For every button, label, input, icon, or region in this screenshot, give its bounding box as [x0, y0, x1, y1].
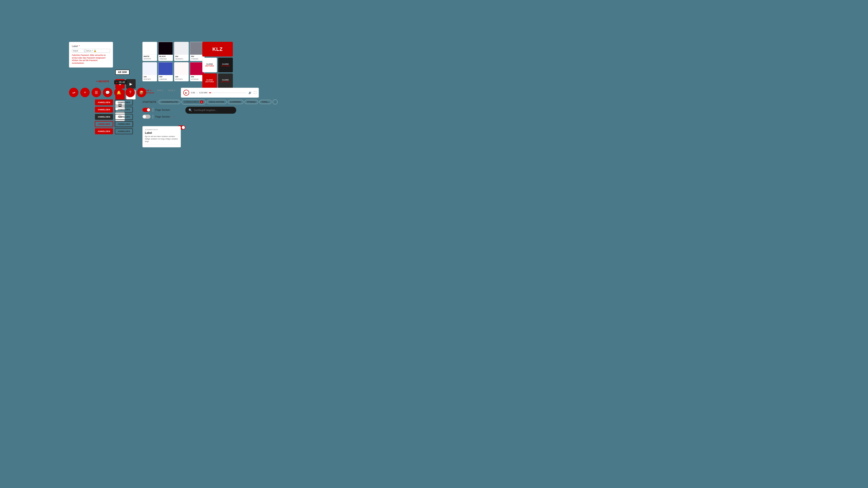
nav-tag-aussenpolitik[interactable]: AUSSENPOLITIK [159, 100, 180, 104]
color-info-200: 200 #EDEEF2 [174, 55, 188, 61]
nav-tag-karriere[interactable]: KARRIERE [228, 100, 243, 104]
help-button[interactable]: ? [125, 88, 135, 97]
text-input[interactable] [73, 50, 83, 52]
color-info-100a: 100 #F2F4FF [143, 75, 157, 81]
swatch-100a: 100 #F2F4FF [143, 62, 157, 81]
label-text: Label [72, 45, 78, 48]
form-card-divider [145, 145, 178, 145]
error-text: Falsches Passwort. Bitte versuche es ern… [72, 54, 110, 65]
price-button[interactable]: AB 169€ [115, 70, 129, 75]
nav-tag-fitness[interactable]: FITNESS [245, 100, 258, 104]
kleine-white-text: KLEINE ZEITUNG [205, 63, 214, 67]
tab-1[interactable]: TAB 1 [143, 88, 154, 93]
audio-progress-bar[interactable] [209, 92, 247, 93]
kleine-dark-text: KLEINE ZEITUNG [221, 79, 230, 83]
list-button[interactable]: ☰ [92, 88, 101, 97]
audio-play-button[interactable]: ▶ [183, 90, 189, 96]
kleine-black-text: KLEINE ZEITUNG [221, 63, 230, 67]
color-block-600a [158, 62, 173, 75]
anmelden-btn-2-1[interactable]: ANMELDEN [115, 99, 133, 105]
page-section-label-2: Page Section [155, 115, 170, 118]
page-section-arrow: → [172, 115, 175, 118]
color-info-black: BLACK #0B000A [158, 55, 173, 61]
required-marker: * [79, 45, 80, 48]
toggle-2[interactable] [143, 115, 151, 119]
anmelden-btn-2-2[interactable]: ANMELDEN [115, 107, 133, 113]
bell-button[interactable]: 🔔 [114, 88, 124, 97]
fullscreen-icon[interactable]: ⛶ [254, 91, 256, 94]
time-display: ▶ 05:45 [114, 80, 127, 84]
form-card-text: Egi rer alit lant laber antlaber antlabe… [145, 135, 178, 143]
anmelden-btn-1-2[interactable]: ANMELDEN [95, 107, 113, 113]
nav-tag-fors[interactable]: FORS... [259, 100, 272, 104]
play-dark-button[interactable]: ▶ [126, 79, 135, 89]
swatch-white: WHITE #FFFFFF [143, 42, 157, 61]
swatch-black: BLACK #0B000A [158, 42, 173, 61]
toggle-1[interactable] [143, 108, 151, 112]
audio-player: ▶ 0:05 | 3:23 MIN 🔊 ⛶ [181, 88, 259, 98]
nav-more-button[interactable]: › [273, 99, 278, 104]
input-row[interactable]: 0/13 ✓ 🔒 [72, 49, 110, 53]
add-button[interactable]: + [80, 88, 90, 97]
toggle-2-knob [143, 115, 146, 118]
anmelden-section: ANMELDEN ANMELDEN ANMELDEN ANMELDEN ANME… [95, 99, 133, 134]
toggle-divider-1 [153, 108, 153, 112]
audio-separator: | [197, 92, 197, 94]
color-block-white [143, 42, 157, 55]
anmelden-btn-1-4[interactable]: ANMELDEN [95, 121, 113, 127]
comment-button[interactable]: 💬 [103, 88, 112, 97]
coronavirus-badge: 1 [200, 100, 203, 103]
toggle-divider-2 [153, 115, 153, 119]
anmelden-btn-1-1[interactable]: ANMELDEN [95, 99, 113, 105]
audio-progress-fill [209, 92, 211, 93]
next-button[interactable]: + NÄCHSTE [96, 80, 109, 83]
nav-tags: STARTSEITE › AUSSENPOLITIK CORONAVIRUS 1… [143, 99, 278, 104]
anmelden-btn-1-3[interactable]: ANMELDEN [95, 114, 113, 120]
toggles-section: Page Section Page Section → [143, 108, 175, 119]
page-section-label-1: Page Section [155, 109, 170, 111]
check-icon: ✓ [91, 50, 93, 52]
anmelden-btn-2-5[interactable]: ANMELDEN [115, 128, 133, 134]
lock-icon: 🔒 [94, 50, 96, 52]
shuffle-button[interactable]: ⇌ [69, 88, 79, 97]
audio-time-total: 3:23 MIN [199, 92, 208, 94]
nav-home[interactable]: STARTSEITE › [143, 101, 158, 103]
logo-kleine-white: KLEINE ZEITUNG [202, 58, 217, 72]
form-card-label-small: STAMMTISCH [145, 129, 178, 131]
logo-kleine-dark: KLEINE ZEITUNG [218, 73, 233, 88]
search-input[interactable] [194, 109, 233, 112]
tabs-section: TAB 1 TAP 2 RAB 3 [143, 88, 178, 93]
input-section: Label * 0/13 ✓ 🔒 Falsches Passwort. Bitt… [69, 42, 113, 68]
counter-value: 0/13 [87, 50, 91, 52]
anmelden-btn-2-3[interactable]: ANMELDEN [115, 114, 133, 120]
search-inner: 🔍 [185, 107, 236, 114]
form-card-label: Label [145, 131, 178, 134]
nav-tag-obag[interactable]: ÖBAG AFFÄRE [207, 100, 227, 104]
anmelden-btn-1-5[interactable]: ANMELDEN [95, 128, 113, 134]
home-label: STARTSEITE [143, 101, 156, 103]
toggle-row-2: Page Section → [143, 115, 175, 119]
color-palette: WHITE #FFFFFF BLACK #0B000A 200 #EDEEF2 … [143, 42, 205, 81]
color-info-600a: 600 #3B4FB8 [158, 75, 173, 81]
color-block-100b [174, 62, 188, 75]
time-value: 05:45 [119, 81, 125, 84]
home-chevron: › [157, 101, 158, 103]
swatch-200: 200 #EDEEF2 [174, 42, 189, 61]
nav-tag-coronavirus[interactable]: CORONAVIRUS 1 [182, 99, 206, 104]
swatch-100b: 100 #FFF8F8 [174, 62, 189, 81]
background [0, 0, 868, 488]
anmelden-col-2: ANMELDEN ANMELDEN ANMELDEN ANMELDEN ANME… [115, 99, 133, 134]
logo-kleine-black: KLEINE ZEITUNG [218, 58, 233, 72]
anmelden-btn-2-4[interactable]: ANMELDEN [115, 121, 133, 127]
volume-icon[interactable]: 🔊 [248, 91, 252, 94]
logo-kleine-red: KLEINE ZEITUNG [202, 73, 217, 88]
next-plus-icon: + [96, 80, 98, 83]
tab-3[interactable]: RAB 3 [166, 88, 178, 93]
input-label: Label * [72, 45, 110, 48]
tab-2[interactable]: TAP 2 [154, 88, 166, 93]
color-block-black [158, 42, 173, 55]
next-label: NÄCHSTE [98, 80, 109, 83]
logos-section: KLZ KLEINE ZEITUNG KLEINE ZEITUNG KLEINE… [202, 42, 233, 88]
toggle-row-1: Page Section [143, 108, 175, 112]
kleine-red-text: KLEINE ZEITUNG [205, 79, 214, 83]
